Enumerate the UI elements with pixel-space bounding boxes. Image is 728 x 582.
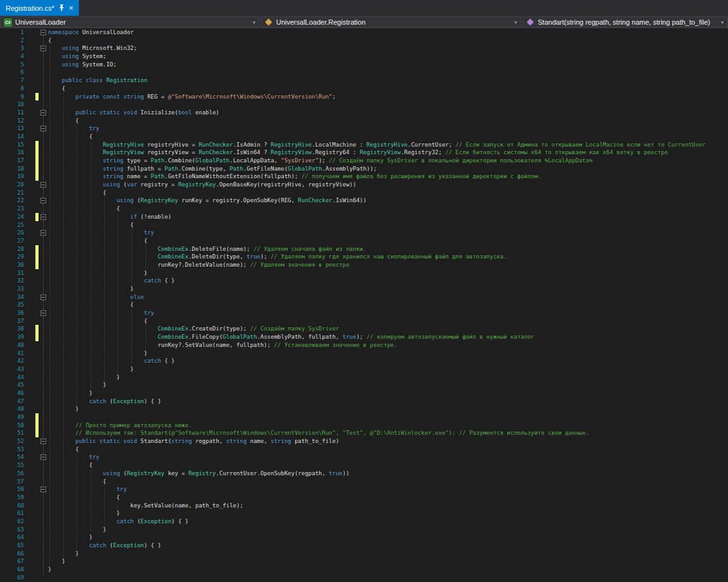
code-text[interactable]: catch { }: [48, 277, 728, 285]
code-line[interactable]: 45 }: [0, 381, 728, 389]
line-number[interactable]: 1: [0, 28, 28, 37]
code-text[interactable]: using (RegistryKey key = Registry.Curren…: [48, 470, 728, 478]
line-number[interactable]: 56: [0, 470, 28, 478]
close-icon[interactable]: ×: [69, 5, 73, 11]
code-line[interactable]: 21 {: [0, 189, 728, 197]
line-number[interactable]: 2: [0, 37, 28, 45]
line-number[interactable]: 19: [0, 173, 28, 181]
code-line[interactable]: 2{: [0, 37, 728, 45]
code-line[interactable]: 62 catch (Exception) { }: [0, 518, 728, 526]
code-editor[interactable]: 1−namespace UniversalLoader2{3− using Mi…: [0, 28, 728, 582]
fold-collapse-icon[interactable]: −: [40, 45, 46, 51]
code-text[interactable]: using (RegistryKey runKey = registry.Ope…: [48, 197, 728, 205]
code-text[interactable]: }: [48, 373, 728, 382]
code-line[interactable]: 31 }: [0, 269, 728, 277]
line-number[interactable]: 67: [0, 557, 28, 566]
code-line[interactable]: 43 }: [0, 365, 728, 373]
line-number[interactable]: 38: [0, 325, 28, 333]
code-text[interactable]: {: [48, 37, 728, 45]
code-line[interactable]: 15 RegistryHive registryHive = RunChecke…: [0, 141, 728, 149]
code-text[interactable]: }: [48, 566, 728, 574]
code-text[interactable]: try: [48, 124, 728, 133]
code-text[interactable]: using (var registry = RegistryKey.OpenBa…: [48, 181, 728, 189]
code-line[interactable]: 34− else: [0, 293, 728, 301]
line-number[interactable]: 17: [0, 157, 28, 165]
fold-collapse-icon[interactable]: −: [40, 214, 46, 220]
line-number[interactable]: 10: [0, 100, 28, 109]
code-text[interactable]: try: [48, 229, 728, 237]
line-number[interactable]: 45: [0, 381, 28, 389]
line-number[interactable]: 11: [0, 109, 28, 117]
code-line[interactable]: 38 CombineEx.CreateDir(type); // Создаём…: [0, 325, 728, 333]
code-line[interactable]: 3− using Microsoft.Win32;: [0, 44, 728, 52]
line-number[interactable]: 61: [0, 509, 28, 518]
line-number[interactable]: 69: [0, 574, 28, 582]
code-line[interactable]: 56 using (RegistryKey key = Registry.Cur…: [0, 470, 728, 478]
code-line[interactable]: 28 CombineEx.DeleteFile(name); // Удаляе…: [0, 245, 728, 253]
line-number[interactable]: 55: [0, 461, 28, 470]
code-text[interactable]: {: [48, 237, 728, 245]
code-text[interactable]: {: [48, 85, 728, 93]
code-line[interactable]: 26− try: [0, 229, 728, 237]
code-text[interactable]: {: [48, 478, 728, 486]
pin-icon[interactable]: [59, 4, 64, 11]
fold-collapse-icon[interactable]: −: [40, 30, 46, 35]
code-text[interactable]: {: [48, 494, 728, 502]
line-number[interactable]: 39: [0, 333, 28, 341]
code-text[interactable]: catch (Exception) { }: [48, 542, 728, 550]
code-line[interactable]: 22− using (RegistryKey runKey = registry…: [0, 197, 728, 205]
project-dropdown[interactable]: C# UniversalLoader ▾: [0, 16, 260, 28]
code-text[interactable]: {: [48, 189, 728, 197]
fold-collapse-icon[interactable]: −: [40, 487, 46, 492]
line-number[interactable]: 21: [0, 189, 28, 197]
line-number[interactable]: 32: [0, 277, 28, 285]
code-text[interactable]: [48, 100, 728, 109]
code-line[interactable]: 39 CombineEx.FileCopy(GlobalPath.Assembl…: [0, 333, 728, 341]
code-text[interactable]: }: [48, 365, 728, 373]
line-number[interactable]: 63: [0, 526, 28, 534]
line-number[interactable]: 14: [0, 133, 28, 141]
code-text[interactable]: CombineEx.DeleteDir(type, true); // Удал…: [48, 253, 728, 261]
code-text[interactable]: }: [48, 405, 728, 413]
code-line[interactable]: 32 catch { }: [0, 277, 728, 285]
code-text[interactable]: CombineEx.DeleteFile(name); // Удаляем с…: [48, 245, 728, 253]
line-number[interactable]: 16: [0, 149, 28, 157]
code-text[interactable]: // Просто пример автозапуска ниже.: [48, 421, 728, 430]
line-number[interactable]: 18: [0, 165, 28, 173]
code-text[interactable]: key.SetValue(name, path_to_file);: [48, 502, 728, 510]
code-line[interactable]: 33 }: [0, 285, 728, 293]
line-number[interactable]: 35: [0, 301, 28, 309]
code-line[interactable]: 17 string type = Path.Combine(GlobalPath…: [0, 157, 728, 165]
code-text[interactable]: catch (Exception) { }: [48, 397, 728, 406]
code-line[interactable]: 14 {: [0, 133, 728, 141]
line-number[interactable]: 47: [0, 397, 28, 406]
fold-collapse-icon[interactable]: −: [40, 110, 46, 116]
code-line[interactable]: 48 }: [0, 405, 728, 413]
line-number[interactable]: 9: [0, 93, 28, 101]
code-line[interactable]: 23 {: [0, 205, 728, 213]
fold-collapse-icon[interactable]: −: [40, 310, 46, 316]
line-number[interactable]: 3: [0, 44, 28, 52]
code-text[interactable]: using System;: [48, 52, 728, 61]
code-line[interactable]: 24− if (!enable): [0, 213, 728, 221]
code-line[interactable]: 46 }: [0, 389, 728, 397]
code-line[interactable]: 7 public class Registration: [0, 76, 728, 85]
code-line[interactable]: 16 RegistryView registryView = RunChecke…: [0, 149, 728, 157]
code-line[interactable]: 54− try: [0, 453, 728, 461]
line-number[interactable]: 30: [0, 261, 28, 269]
code-line[interactable]: 8 {: [0, 85, 728, 93]
code-text[interactable]: }: [48, 526, 728, 534]
code-line[interactable]: 61 }: [0, 509, 728, 518]
chevron-down-icon[interactable]: ▾: [719, 20, 725, 25]
line-number[interactable]: 4: [0, 52, 28, 61]
code-line[interactable]: 44 }: [0, 373, 728, 382]
code-line[interactable]: 60 key.SetValue(name, path_to_file);: [0, 502, 728, 510]
fold-collapse-icon[interactable]: −: [40, 126, 46, 131]
fold-collapse-icon[interactable]: −: [40, 230, 46, 236]
line-number[interactable]: 7: [0, 76, 28, 85]
code-text[interactable]: {: [48, 221, 728, 229]
line-number[interactable]: 40: [0, 341, 28, 349]
code-text[interactable]: {: [48, 317, 728, 325]
code-text[interactable]: [48, 68, 728, 76]
line-number[interactable]: 48: [0, 405, 28, 413]
